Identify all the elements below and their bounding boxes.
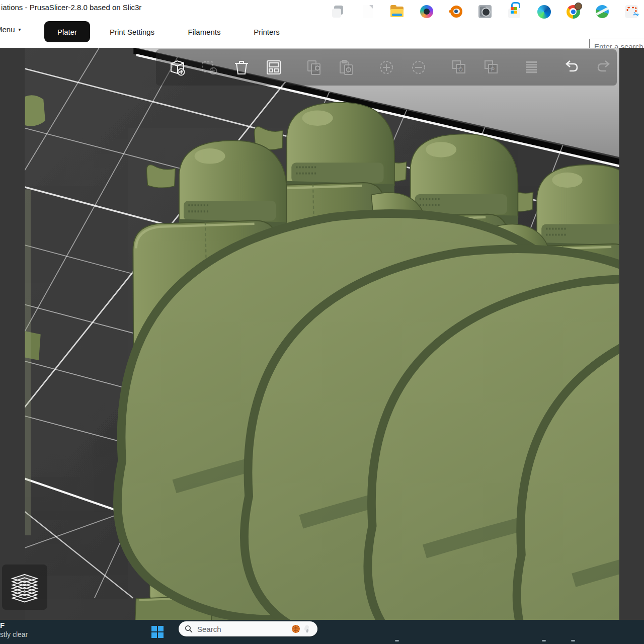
task-view-icon	[332, 5, 345, 19]
redo-button[interactable]	[594, 57, 614, 77]
model-fragment	[25, 95, 45, 126]
taskbar-search[interactable]: Search	[179, 621, 317, 636]
search-icon	[185, 625, 193, 633]
task-view-button[interactable]	[331, 4, 346, 19]
copy-button[interactable]	[304, 57, 324, 77]
menu-dropdown[interactable]: Menu ▾	[0, 25, 21, 34]
snipping-tool-button[interactable]: ✂	[624, 4, 639, 19]
svg-text:O: O	[458, 66, 463, 72]
prusaslicer-window: iations - PrusaSlicer-2.8.0 based on Sli…	[0, 0, 644, 644]
split-to-objects-button[interactable]: O	[449, 57, 469, 77]
add-instance-button[interactable]	[376, 57, 396, 77]
file-explorer-button[interactable]	[389, 4, 405, 19]
earbuds-icon	[302, 624, 311, 633]
svg-text:P: P	[491, 66, 495, 72]
windows-taskbar: F stly clear	[0, 620, 644, 644]
tab-printers[interactable]: Printers	[249, 21, 285, 42]
weather-condition: stly clear	[0, 631, 28, 638]
plater-toolbar: O P	[156, 49, 617, 86]
camera-app-icon	[478, 5, 492, 18]
near-camera-model-sliver	[25, 189, 31, 535]
chrome-profile-badge	[575, 3, 582, 10]
start-button[interactable]	[150, 624, 165, 639]
delete-object-button[interactable]	[199, 57, 219, 77]
taskbar-search-label: Search	[197, 625, 291, 633]
running-indicator-edge	[542, 640, 546, 641]
globe-app-icon	[596, 5, 609, 18]
split-to-parts-button[interactable]: P	[481, 57, 501, 77]
menu-label: Menu	[0, 25, 15, 34]
remove-instance-button[interactable]	[409, 57, 429, 77]
edge-app-button[interactable]	[536, 4, 551, 19]
running-indicator-chrome	[571, 640, 575, 641]
delete-all-button[interactable]	[231, 57, 252, 77]
chrome-app-button[interactable]	[566, 4, 581, 19]
layers-stack-icon	[5, 568, 44, 607]
basketball-icon	[291, 624, 300, 633]
tab-print-settings[interactable]: Print Settings	[103, 21, 161, 42]
blender-icon	[449, 5, 463, 19]
add-object-button[interactable]	[167, 57, 187, 77]
weather-widget[interactable]: F stly clear	[0, 621, 28, 638]
file-explorer-icon	[390, 5, 404, 19]
undo-button[interactable]	[561, 57, 582, 77]
running-indicator-file-explorer	[395, 640, 399, 641]
chrome-icon	[567, 5, 580, 19]
menu-bar: Menu ▾ Plater Print Settings Filaments P…	[0, 15, 644, 48]
paste-button[interactable]	[336, 57, 356, 77]
arrange-button[interactable]	[264, 57, 284, 77]
variable-layer-height-button[interactable]	[521, 57, 541, 77]
copilot-app-button[interactable]	[419, 4, 434, 19]
chevron-down-icon: ▾	[19, 27, 21, 32]
robot-model-4[interactable]	[618, 197, 644, 620]
microsoft-store-button[interactable]	[507, 4, 522, 19]
tab-filaments[interactable]: Filaments	[183, 21, 226, 42]
3d-scene-canvas[interactable]: ORIGINAL	[0, 48, 644, 620]
notepad-icon	[363, 5, 373, 18]
weather-temperature: F	[0, 621, 28, 630]
layers-preview-button[interactable]	[2, 565, 47, 610]
3d-viewport[interactable]: ORIGINAL	[0, 48, 644, 620]
notepad-app-button[interactable]	[360, 4, 375, 19]
snipping-tool-icon: ✂	[625, 5, 638, 18]
blender-app-button[interactable]	[448, 4, 463, 19]
microsoft-store-icon	[508, 5, 520, 19]
edge-icon	[537, 5, 551, 19]
window-title: iations - PrusaSlicer-2.8.0 based on Sli…	[1, 3, 141, 12]
windows-logo-icon	[151, 626, 164, 638]
copilot-icon	[420, 5, 433, 18]
camera-app-button[interactable]	[477, 4, 493, 19]
tab-plater[interactable]: Plater	[44, 21, 90, 42]
globe-app-button[interactable]	[595, 4, 610, 19]
